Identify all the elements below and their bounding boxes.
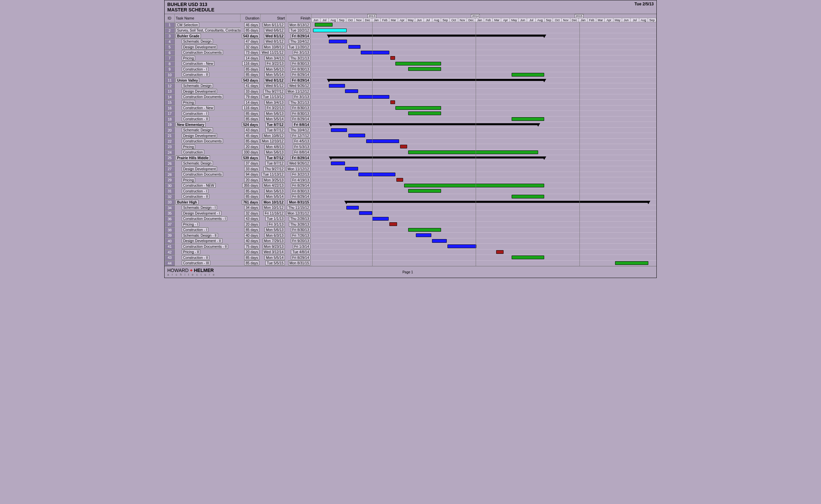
summary-bar [346,201,649,203]
table-row: 28Construction Documents94 daysTue 11/13… [165,172,312,178]
cell-name: New Elementary [175,122,241,128]
month-cell: Apr [501,18,510,22]
cell-finish: Fri 8/30/13 [286,66,312,72]
cell-finish: Fri 8/29/14 [286,183,312,189]
cell-id: 36 [165,216,175,222]
gantt-row [312,155,656,161]
month-cell: Jun [519,18,527,22]
table-row: 38Construction - I85 daysMon 5/6/13Fri 8… [165,227,312,233]
cell-finish: Fri 8/29/14 [286,117,312,122]
month-cell: Jan [475,18,484,22]
content: ID Task Name Duration Start Finish 1CM S… [165,14,656,266]
header-date: Tue 2/5/13 [635,2,654,12]
cell-name: Pricing [175,55,241,61]
cell-id: 27 [165,166,175,172]
gantt-row [312,249,656,255]
cell-start: Wed 8/1/12 [261,78,286,83]
cell-start: Wed 8/1/12 [261,39,286,45]
table-row: 3Buhler Grade543 daysWed 8/1/12Fri 8/29/… [165,33,312,39]
gantt-row [312,211,656,216]
month-cell: Jan [579,18,588,22]
gantt-row [312,233,656,238]
table-row: 13Design Development33 daysThu 9/27/12Mo… [165,89,312,94]
cell-name: Construction - I [175,66,241,72]
gantt-row [312,255,656,261]
page-number: Page 1 [216,270,600,274]
task-bar [313,29,346,32]
col-taskname: Task Name [175,14,241,22]
cell-duration: 47 days [241,39,261,45]
cell-name: Pricing [175,177,241,183]
task-bar [395,62,441,65]
year-label: 2013 [368,14,376,18]
month-cell: Feb [381,18,389,22]
cell-start: Wed 11/21/12 [261,50,286,56]
cell-finish: Mon 8/31/15 [286,261,312,266]
cell-finish: Fri 1/3/14 [286,244,312,249]
cell-duration: 85 days [241,28,261,34]
cell-duration: 73 days [241,50,261,56]
cell-name: Construction - New [175,61,241,67]
cell-id: 20 [165,128,175,133]
month-cell: May [406,18,415,22]
cell-name: Design Development [175,89,241,94]
cell-id: 6 [165,50,175,56]
col-start: Start [261,14,286,22]
table-row: 30Construction - NEW355 daysMon 4/22/13F… [165,183,312,189]
cell-start: Tue 8/7/12 [261,161,286,167]
cell-finish: Fri 8/29/14 [286,72,312,78]
col-finish: Finish [286,14,312,22]
task-bar [408,228,441,232]
table-row: 26Schematic Design37 daysTue 8/7/12Wed 9… [165,161,312,167]
cell-duration: 85 days [241,255,261,261]
cell-id: 17 [165,111,175,117]
cell-start: Mon 10/8/12 [261,44,286,50]
month-cell: Aug [329,18,338,22]
task-bar [372,217,389,221]
task-bar [512,256,545,259]
task-bar [390,100,395,104]
cell-start: Tue 8/7/12 [261,128,286,133]
title-line-2: MASTER SCHEDULE [167,7,214,12]
table-row: 29Pricing20 daysMon 3/25/13Fri 4/19/13 [165,177,312,183]
cell-duration: 43 days [241,128,261,133]
cell-duration: 85 days [241,117,261,122]
table-row: 39Schematic Design - II40 daysMon 6/3/13… [165,233,312,238]
gantt-row [312,105,656,111]
cell-start: Mon 3/25/13 [261,177,286,183]
cell-start: Fri 11/16/12 [261,211,286,216]
cell-finish: Fri 8/29/14 [286,33,312,39]
cell-name: Schematic Design - I [175,205,241,211]
table-row: 4Schematic Design47 daysWed 8/1/12Thu 10… [165,39,312,45]
cell-id: 10 [165,72,175,78]
cell-finish: Fri 8/8/14 [286,150,312,155]
cell-finish: Fri 3/22/13 [286,172,312,178]
cell-start: Mon 10/1/12 [261,205,286,211]
task-bar [447,244,476,248]
cell-name: Design Development - I [175,211,241,216]
cell-name: Schematic Design [175,161,241,167]
month-cell: Jun [622,18,631,22]
cell-duration: 14 days [241,55,261,61]
cell-finish: Thu 3/21/13 [286,55,312,61]
month-cell: Apr [605,18,613,22]
cell-id: 14 [165,94,175,100]
cell-finish: Thu 10/4/12 [286,39,312,45]
logo-architecture: a r c h i t e c t u r e [167,273,216,276]
cell-name: Construction - II [175,194,241,200]
gantt-row [312,133,656,139]
cell-name: Construction [175,150,241,155]
month-cell: Aug [536,18,545,22]
month-cell: Oct [553,18,562,22]
cell-id: 11 [165,78,175,83]
cell-name: Pricing [175,144,241,150]
task-bar [408,150,538,154]
cell-duration: 32 days [241,44,261,50]
gantt-row [312,33,656,39]
gantt-row [312,161,656,167]
month-cell: Aug [432,18,441,22]
cell-finish: Fri 4/5/13 [286,139,312,144]
cell-finish: Fri 4/19/13 [286,177,312,183]
cell-name: Schematic Design - II [175,233,241,238]
task-bar [432,239,447,243]
